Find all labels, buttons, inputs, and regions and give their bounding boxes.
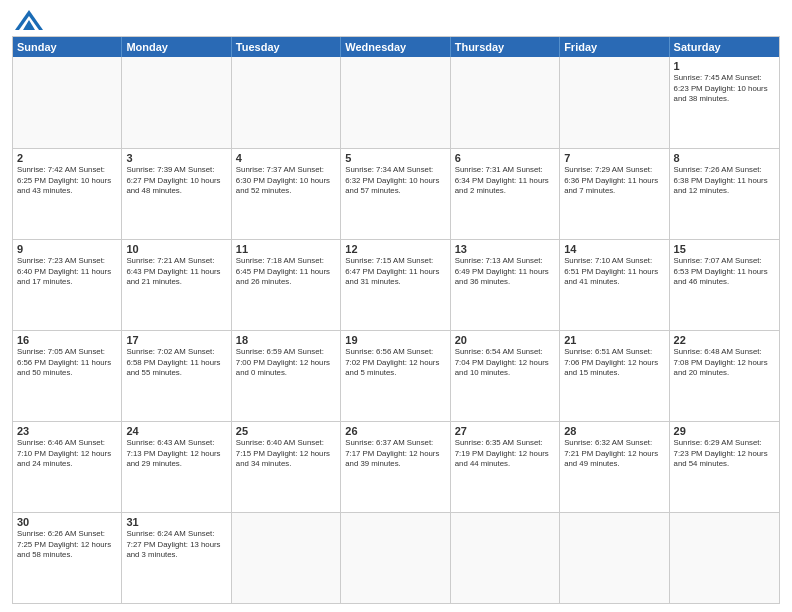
day-info: Sunrise: 6:29 AM Sunset: 7:23 PM Dayligh… — [674, 438, 775, 470]
day-info: Sunrise: 7:10 AM Sunset: 6:51 PM Dayligh… — [564, 256, 664, 288]
day-info: Sunrise: 7:07 AM Sunset: 6:53 PM Dayligh… — [674, 256, 775, 288]
day-of-week-monday: Monday — [122, 37, 231, 57]
day-number: 14 — [564, 243, 664, 255]
day-info: Sunrise: 7:13 AM Sunset: 6:49 PM Dayligh… — [455, 256, 555, 288]
calendar-cell: 31Sunrise: 6:24 AM Sunset: 7:27 PM Dayli… — [122, 513, 231, 603]
day-number: 29 — [674, 425, 775, 437]
calendar-cell: 7Sunrise: 7:29 AM Sunset: 6:36 PM Daylig… — [560, 149, 669, 239]
day-info: Sunrise: 7:29 AM Sunset: 6:36 PM Dayligh… — [564, 165, 664, 197]
day-info: Sunrise: 6:59 AM Sunset: 7:00 PM Dayligh… — [236, 347, 336, 379]
day-number: 3 — [126, 152, 226, 164]
calendar-cell: 8Sunrise: 7:26 AM Sunset: 6:38 PM Daylig… — [670, 149, 779, 239]
calendar-cell: 11Sunrise: 7:18 AM Sunset: 6:45 PM Dayli… — [232, 240, 341, 330]
day-info: Sunrise: 6:54 AM Sunset: 7:04 PM Dayligh… — [455, 347, 555, 379]
day-info: Sunrise: 7:42 AM Sunset: 6:25 PM Dayligh… — [17, 165, 117, 197]
calendar-cell: 12Sunrise: 7:15 AM Sunset: 6:47 PM Dayli… — [341, 240, 450, 330]
day-info: Sunrise: 6:40 AM Sunset: 7:15 PM Dayligh… — [236, 438, 336, 470]
day-number: 5 — [345, 152, 445, 164]
calendar-cell: 17Sunrise: 7:02 AM Sunset: 6:58 PM Dayli… — [122, 331, 231, 421]
day-number: 11 — [236, 243, 336, 255]
day-number: 26 — [345, 425, 445, 437]
day-of-week-friday: Friday — [560, 37, 669, 57]
calendar-cell — [341, 513, 450, 603]
calendar-cell: 5Sunrise: 7:34 AM Sunset: 6:32 PM Daylig… — [341, 149, 450, 239]
day-number: 20 — [455, 334, 555, 346]
day-info: Sunrise: 6:48 AM Sunset: 7:08 PM Dayligh… — [674, 347, 775, 379]
day-number: 10 — [126, 243, 226, 255]
day-number: 8 — [674, 152, 775, 164]
day-number: 28 — [564, 425, 664, 437]
calendar-cell: 30Sunrise: 6:26 AM Sunset: 7:25 PM Dayli… — [13, 513, 122, 603]
calendar-cell — [670, 513, 779, 603]
day-info: Sunrise: 6:51 AM Sunset: 7:06 PM Dayligh… — [564, 347, 664, 379]
week-row-3: 9Sunrise: 7:23 AM Sunset: 6:40 PM Daylig… — [13, 239, 779, 330]
day-number: 22 — [674, 334, 775, 346]
calendar-cell: 28Sunrise: 6:32 AM Sunset: 7:21 PM Dayli… — [560, 422, 669, 512]
day-of-week-wednesday: Wednesday — [341, 37, 450, 57]
week-row-2: 2Sunrise: 7:42 AM Sunset: 6:25 PM Daylig… — [13, 148, 779, 239]
calendar-cell: 26Sunrise: 6:37 AM Sunset: 7:17 PM Dayli… — [341, 422, 450, 512]
day-info: Sunrise: 7:45 AM Sunset: 6:23 PM Dayligh… — [674, 73, 775, 105]
day-info: Sunrise: 6:56 AM Sunset: 7:02 PM Dayligh… — [345, 347, 445, 379]
calendar-cell: 21Sunrise: 6:51 AM Sunset: 7:06 PM Dayli… — [560, 331, 669, 421]
day-info: Sunrise: 7:21 AM Sunset: 6:43 PM Dayligh… — [126, 256, 226, 288]
week-row-1: 1Sunrise: 7:45 AM Sunset: 6:23 PM Daylig… — [13, 57, 779, 148]
day-info: Sunrise: 7:34 AM Sunset: 6:32 PM Dayligh… — [345, 165, 445, 197]
header — [12, 10, 780, 30]
calendar-cell: 3Sunrise: 7:39 AM Sunset: 6:27 PM Daylig… — [122, 149, 231, 239]
day-info: Sunrise: 7:02 AM Sunset: 6:58 PM Dayligh… — [126, 347, 226, 379]
day-info: Sunrise: 7:31 AM Sunset: 6:34 PM Dayligh… — [455, 165, 555, 197]
calendar-body: 1Sunrise: 7:45 AM Sunset: 6:23 PM Daylig… — [13, 57, 779, 603]
calendar-cell: 6Sunrise: 7:31 AM Sunset: 6:34 PM Daylig… — [451, 149, 560, 239]
day-info: Sunrise: 7:39 AM Sunset: 6:27 PM Dayligh… — [126, 165, 226, 197]
calendar-cell: 23Sunrise: 6:46 AM Sunset: 7:10 PM Dayli… — [13, 422, 122, 512]
calendar-cell — [122, 57, 231, 148]
day-number: 7 — [564, 152, 664, 164]
day-number: 6 — [455, 152, 555, 164]
day-info: Sunrise: 6:26 AM Sunset: 7:25 PM Dayligh… — [17, 529, 117, 561]
day-of-week-tuesday: Tuesday — [232, 37, 341, 57]
calendar-cell — [560, 513, 669, 603]
week-row-5: 23Sunrise: 6:46 AM Sunset: 7:10 PM Dayli… — [13, 421, 779, 512]
day-info: Sunrise: 7:23 AM Sunset: 6:40 PM Dayligh… — [17, 256, 117, 288]
calendar-cell: 20Sunrise: 6:54 AM Sunset: 7:04 PM Dayli… — [451, 331, 560, 421]
day-number: 31 — [126, 516, 226, 528]
day-of-week-sunday: Sunday — [13, 37, 122, 57]
day-info: Sunrise: 6:37 AM Sunset: 7:17 PM Dayligh… — [345, 438, 445, 470]
calendar-cell — [341, 57, 450, 148]
calendar-cell: 29Sunrise: 6:29 AM Sunset: 7:23 PM Dayli… — [670, 422, 779, 512]
calendar-cell: 10Sunrise: 7:21 AM Sunset: 6:43 PM Dayli… — [122, 240, 231, 330]
calendar-cell: 2Sunrise: 7:42 AM Sunset: 6:25 PM Daylig… — [13, 149, 122, 239]
calendar-cell: 15Sunrise: 7:07 AM Sunset: 6:53 PM Dayli… — [670, 240, 779, 330]
page: SundayMondayTuesdayWednesdayThursdayFrid… — [0, 0, 792, 612]
day-info: Sunrise: 7:18 AM Sunset: 6:45 PM Dayligh… — [236, 256, 336, 288]
day-number: 18 — [236, 334, 336, 346]
day-number: 17 — [126, 334, 226, 346]
calendar-cell — [13, 57, 122, 148]
calendar-cell: 9Sunrise: 7:23 AM Sunset: 6:40 PM Daylig… — [13, 240, 122, 330]
day-number: 2 — [17, 152, 117, 164]
day-info: Sunrise: 7:26 AM Sunset: 6:38 PM Dayligh… — [674, 165, 775, 197]
day-number: 15 — [674, 243, 775, 255]
calendar-cell: 27Sunrise: 6:35 AM Sunset: 7:19 PM Dayli… — [451, 422, 560, 512]
day-of-week-saturday: Saturday — [670, 37, 779, 57]
day-number: 30 — [17, 516, 117, 528]
day-info: Sunrise: 6:46 AM Sunset: 7:10 PM Dayligh… — [17, 438, 117, 470]
day-info: Sunrise: 7:37 AM Sunset: 6:30 PM Dayligh… — [236, 165, 336, 197]
calendar-cell: 25Sunrise: 6:40 AM Sunset: 7:15 PM Dayli… — [232, 422, 341, 512]
calendar-cell: 13Sunrise: 7:13 AM Sunset: 6:49 PM Dayli… — [451, 240, 560, 330]
calendar: SundayMondayTuesdayWednesdayThursdayFrid… — [12, 36, 780, 604]
day-number: 1 — [674, 60, 775, 72]
day-number: 27 — [455, 425, 555, 437]
calendar-cell: 24Sunrise: 6:43 AM Sunset: 7:13 PM Dayli… — [122, 422, 231, 512]
logo-icon — [15, 10, 43, 30]
day-info: Sunrise: 7:15 AM Sunset: 6:47 PM Dayligh… — [345, 256, 445, 288]
day-number: 25 — [236, 425, 336, 437]
day-number: 21 — [564, 334, 664, 346]
day-number: 9 — [17, 243, 117, 255]
day-info: Sunrise: 6:24 AM Sunset: 7:27 PM Dayligh… — [126, 529, 226, 561]
calendar-cell — [560, 57, 669, 148]
calendar-cell: 22Sunrise: 6:48 AM Sunset: 7:08 PM Dayli… — [670, 331, 779, 421]
day-number: 13 — [455, 243, 555, 255]
calendar-cell — [451, 513, 560, 603]
